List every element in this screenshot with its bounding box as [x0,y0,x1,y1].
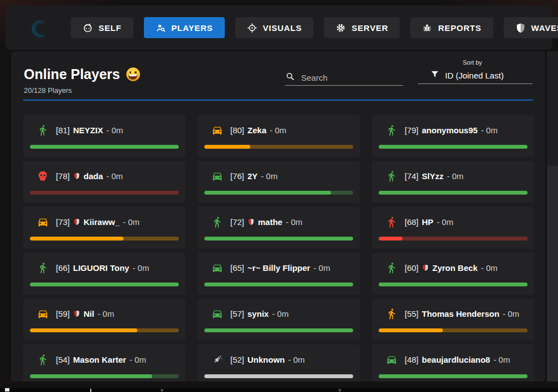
player-name: Unknown [247,355,285,364]
player-card[interactable]: [80]Zeka- 0m [198,115,360,157]
player-time: - 0m [272,309,288,318]
crosshair-icon [247,23,257,33]
player-name: synix [247,309,268,318]
player-name: HP [422,217,433,227]
shield-badge-icon [247,218,255,226]
player-name: LIGUORI Tony [73,263,129,273]
player-time: - 0m [261,171,277,181]
walk-icon [386,262,397,274]
player-time: - 0m [286,217,302,227]
player-card[interactable]: [72]mathe- 0m [198,207,360,249]
player-id: [78] [56,171,70,181]
player-card[interactable]: [55]Thomas Henderson- 0m [372,299,534,341]
health-bar-fill [204,374,353,378]
health-bar-fill [379,374,528,378]
health-bar [379,283,528,286]
health-bar-fill [30,328,137,332]
player-id: [76] [230,171,244,181]
tab-label: PLAYERS [172,23,213,33]
player-card[interactable]: [78]dada- 0m [23,161,185,203]
shield-badge-icon [73,172,80,180]
health-bar-fill [204,145,250,149]
player-name: ~r~ Billy Flipper [247,263,310,273]
scrollbar[interactable] [547,51,558,381]
skull-icon [37,170,49,182]
player-card[interactable]: [74]SlYzz- 0m [372,161,534,203]
taskbar-strip: ˅ ˅ [0,388,558,392]
health-bar-fill [204,237,353,241]
health-bar [30,328,179,332]
health-bar [204,145,353,149]
player-card[interactable]: [65]~r~ Billy Flipper- 0m [198,253,360,295]
tab-label: VISUALS [263,23,302,33]
face-icon [82,23,93,33]
scrollbar-thumb[interactable] [547,166,558,381]
player-time: - 0m [447,171,463,181]
player-time: - 0m [123,217,140,227]
tab-players[interactable]: PLAYERS [144,17,225,38]
player-card[interactable]: [48]beaujardluciano8- 0m [372,344,534,381]
player-card[interactable]: [60]Zyron Beck- 0m [372,253,534,295]
car-icon [37,308,49,320]
plug-icon [211,354,223,365]
player-id: [57] [230,309,244,318]
player-count: 20/128 Players [24,86,72,95]
health-bar-fill [30,145,179,149]
tab-visuals[interactable]: VISUALS [235,17,314,38]
walk-icon [37,354,49,365]
player-card[interactable]: [68]HP- 0m [372,207,534,249]
player-card[interactable]: [59]Nil- 0m [23,299,185,341]
player-card[interactable]: [52]Unknown- 0m [198,344,360,381]
player-card[interactable]: [57]synix- 0m [198,299,360,341]
player-id: [68] [405,217,418,227]
chevron-up-icon[interactable]: ˅ [161,388,163,392]
car-icon [211,308,223,320]
walk-icon [386,170,397,182]
health-bar [30,237,179,241]
player-id: [60] [405,263,418,273]
player-name: Nil [84,309,94,318]
health-bar-fill [379,145,528,149]
player-card[interactable]: [73]Kiiraww_- 0m [23,207,185,249]
player-name: Zeka [247,126,266,135]
car-icon [37,216,49,228]
tab-server[interactable]: SERVER [324,17,400,38]
player-time: - 0m [130,355,146,364]
tab-self[interactable]: SELF [71,17,133,38]
health-bar [379,374,528,378]
player-card[interactable]: [79]anonymous95- 0m [372,115,534,157]
player-card[interactable]: [54]Mason Karter- 0m [23,344,185,381]
shield-badge-icon [422,264,429,272]
taskbar-divider-tick [90,389,91,392]
chevron-up-icon[interactable]: ˅ [338,388,341,392]
tab-reports[interactable]: REPORTS [410,17,493,38]
health-bar [30,145,179,149]
search-input[interactable] [300,72,403,83]
health-bar [379,328,528,332]
sort-control: Sort by ID (Joined Last) [418,59,533,84]
tab-label: REPORTS [438,23,481,33]
player-name: Mason Karter [73,355,126,364]
player-time: - 0m [481,263,498,273]
health-bar [204,328,353,332]
player-id: [65] [230,263,244,273]
player-name: Kiiraww_ [84,217,120,227]
taskbar-app-icon[interactable] [5,388,9,391]
player-name: mathe [258,217,282,227]
walk-icon [386,216,397,228]
sort-dropdown[interactable]: ID (Joined Last) [418,67,533,84]
health-bar-fill [30,374,152,378]
player-id: [73] [56,217,70,227]
top-nav: SELFPLAYERSVISUALSSERVERREPORTSWAVESHIEL… [6,6,552,50]
car-icon [211,170,223,182]
health-bar [379,191,528,195]
health-bar-fill [379,191,528,195]
player-card[interactable]: [76]2Y- 0m [198,161,360,203]
player-card[interactable]: [66]LIGUORI Tony- 0m [23,253,185,295]
tab-waveshield[interactable]: WAVESHIELD [504,17,558,38]
player-name: SlYzz [422,171,443,181]
player-time: - 0m [288,355,305,364]
player-name: anonymous95 [422,126,478,135]
player-card[interactable]: [81]NEYZIX- 0m [23,115,185,157]
shield-badge-icon [73,310,80,318]
